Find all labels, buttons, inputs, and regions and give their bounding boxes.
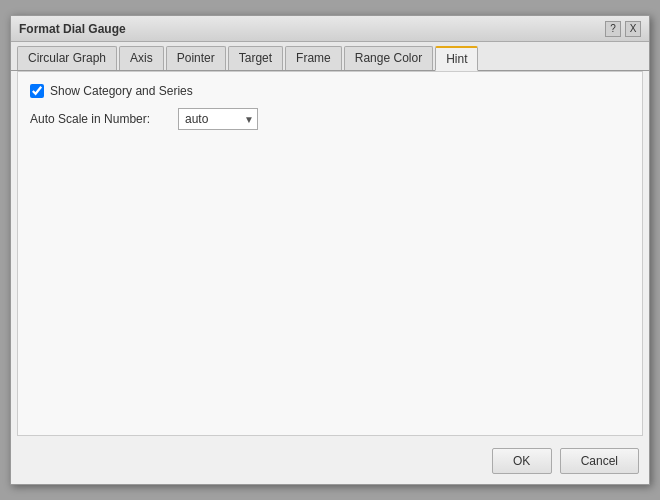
auto-scale-select[interactable]: auto 1 10 100 1000 — [178, 108, 258, 130]
ok-button[interactable]: OK — [492, 448, 552, 474]
tab-frame[interactable]: Frame — [285, 46, 342, 70]
dialog-title: Format Dial Gauge — [19, 22, 126, 36]
tab-circular-graph[interactable]: Circular Graph — [17, 46, 117, 70]
auto-scale-label: Auto Scale in Number: — [30, 112, 170, 126]
title-bar: Format Dial Gauge ? X — [11, 16, 649, 42]
auto-scale-row: Auto Scale in Number: auto 1 10 100 1000… — [30, 108, 630, 130]
close-button[interactable]: X — [625, 21, 641, 37]
dialog-footer: OK Cancel — [11, 442, 649, 484]
tab-pointer[interactable]: Pointer — [166, 46, 226, 70]
auto-scale-select-wrapper: auto 1 10 100 1000 ▼ — [178, 108, 258, 130]
cancel-button[interactable]: Cancel — [560, 448, 639, 474]
tab-target[interactable]: Target — [228, 46, 283, 70]
tabs-container: Circular Graph Axis Pointer Target Frame… — [11, 42, 649, 71]
hint-tab-content: Show Category and Series Auto Scale in N… — [17, 71, 643, 436]
help-button[interactable]: ? — [605, 21, 621, 37]
tab-hint[interactable]: Hint — [435, 46, 478, 71]
show-category-row: Show Category and Series — [30, 84, 630, 98]
show-category-label: Show Category and Series — [50, 84, 193, 98]
title-bar-buttons: ? X — [605, 21, 641, 37]
format-dial-gauge-dialog: Format Dial Gauge ? X Circular Graph Axi… — [10, 15, 650, 485]
tab-range-color[interactable]: Range Color — [344, 46, 433, 70]
tab-axis[interactable]: Axis — [119, 46, 164, 70]
content-spacer — [30, 140, 630, 423]
show-category-checkbox[interactable] — [30, 84, 44, 98]
